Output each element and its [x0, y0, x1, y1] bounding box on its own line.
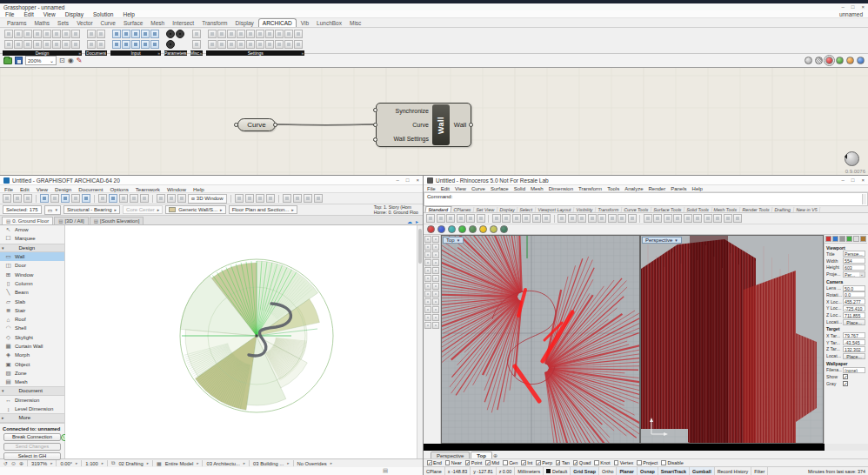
canvas-zoom-select[interactable]: 200%⌄	[25, 56, 57, 65]
rhino-sidebar-tool-icon[interactable]	[432, 275, 439, 282]
toolbar-tab[interactable]: Transform	[595, 207, 622, 212]
toolbox-item[interactable]: ▣Object	[0, 359, 64, 368]
status-toggle[interactable]: Ortho	[599, 467, 617, 475]
rhino-tool-icon[interactable]	[512, 214, 521, 223]
open-file-icon[interactable]	[3, 57, 12, 64]
favorite-dropdown[interactable]: Generic Wall/S...▸	[165, 205, 225, 214]
pen-set-value[interactable]: 02 Drafting	[118, 461, 143, 466]
grasshopper-tab[interactable]: Curve	[97, 19, 119, 27]
osnap-checkbox[interactable]	[521, 460, 526, 465]
toolbar-tab[interactable]: Standard	[425, 206, 452, 212]
rhino-sidebar-tool-icon[interactable]	[424, 275, 431, 282]
status-toggle[interactable]: Gumball	[690, 467, 715, 475]
ribbon-tool-icon[interactable]	[131, 40, 140, 49]
osnap-checkbox[interactable]	[427, 460, 432, 465]
properties-tab-icon[interactable]	[839, 236, 845, 242]
toolbox-item[interactable]: ▨Zone	[0, 369, 64, 378]
display-mode-sphere-icon[interactable]	[490, 225, 497, 233]
ribbon-tool-icon[interactable]	[294, 40, 303, 49]
property-value[interactable]: 0.0	[843, 291, 865, 298]
menu-item[interactable]: Render	[649, 186, 666, 191]
grasshopper-tab[interactable]: Maths	[30, 19, 53, 27]
toolbox-item[interactable]: ▯Column	[0, 279, 64, 288]
osnap-checkbox[interactable]	[556, 460, 561, 465]
ribbon-tool-icon[interactable]	[23, 40, 32, 49]
add-viewport-icon[interactable]: ⊕	[493, 452, 497, 458]
rhino-tool-icon[interactable]	[673, 214, 682, 223]
maximize-icon[interactable]: □	[406, 177, 410, 183]
toolbar-tab[interactable]: CPlanes	[451, 207, 475, 212]
ribbon-tool-icon[interactable]	[43, 30, 51, 38]
osnap-option[interactable]: Project	[637, 460, 658, 465]
ribbon-tool-icon[interactable]	[237, 40, 245, 49]
ribbon-tool-icon[interactable]	[97, 30, 105, 38]
close-icon[interactable]: ×	[861, 4, 865, 10]
osnap-option[interactable]: Perp	[536, 460, 552, 465]
property-value[interactable]: 711.855	[843, 312, 865, 318]
ribbon-tool-icon[interactable]	[294, 30, 303, 38]
toolbar-tab[interactable]: New in V5	[793, 207, 820, 212]
archicad-tool-icon[interactable]	[266, 194, 275, 203]
menu-item[interactable]: Display	[65, 11, 83, 17]
menu-item[interactable]: Analyze	[624, 186, 643, 191]
save-file-icon[interactable]	[15, 57, 23, 64]
ribbon-tool-icon[interactable]	[208, 30, 217, 38]
cloud-sync-icon[interactable]: ☁	[407, 218, 415, 224]
display-mode-blue-icon[interactable]	[857, 57, 865, 64]
toolbox-item[interactable]: ╲Beam	[0, 288, 64, 297]
archicad-tool-icon[interactable]	[61, 194, 70, 203]
rhino-sidebar-tool-icon[interactable]	[424, 322, 431, 329]
ribbon-tool-icon[interactable]	[71, 30, 80, 38]
properties-tab-icon[interactable]	[853, 236, 859, 242]
scale-value[interactable]: 1:100	[85, 461, 98, 466]
status-toggle[interactable]: Record History	[715, 467, 752, 475]
ribbon-tool-icon[interactable]	[141, 40, 150, 49]
archicad-tool-icon[interactable]	[23, 194, 32, 203]
toolbox-item[interactable]: ⌂Roof	[0, 315, 64, 324]
rhino-sidebar-tool-icon[interactable]	[432, 236, 439, 243]
ribbon-tool-icon[interactable]	[141, 30, 150, 38]
curve-param-node[interactable]: Curve	[237, 118, 276, 131]
ribbon-tool-icon[interactable]	[284, 40, 293, 49]
toolbar-tab[interactable]: Render Tools	[739, 207, 772, 212]
ribbon-tool-icon[interactable]	[52, 40, 61, 49]
toolbox-item[interactable]: ◠Shell	[0, 324, 64, 332]
ribbon-tool-icon[interactable]	[4, 40, 13, 49]
grasshopper-tab[interactable]: LunchBox	[313, 19, 345, 27]
ribbon-tool-icon[interactable]	[150, 30, 159, 38]
tab-overflow-icon[interactable]: ▸	[416, 218, 421, 224]
ribbon-tool-icon[interactable]	[192, 30, 201, 38]
osnap-checkbox[interactable]	[594, 460, 599, 465]
viewport-top-title-tab[interactable]: Top▼	[443, 237, 464, 244]
rhino-tool-icon[interactable]	[532, 214, 541, 223]
ribbon-tool-icon[interactable]	[275, 30, 284, 38]
archicad-tool-icon[interactable]	[71, 194, 80, 203]
archicad-tool-icon[interactable]	[256, 194, 264, 203]
rhino-sidebar-tool-icon[interactable]	[432, 314, 439, 321]
ribbon-tool-icon[interactable]	[87, 30, 96, 38]
rhino-sidebar-tool-icon[interactable]	[432, 251, 439, 258]
rhino-sidebar-tool-icon[interactable]	[432, 291, 439, 298]
wall-output-port[interactable]	[469, 123, 473, 127]
curve-node-output-port[interactable]	[273, 123, 277, 127]
osnap-checkbox[interactable]	[536, 460, 541, 465]
break-connection-button[interactable]: Break Connection↻	[3, 433, 61, 442]
grasshopper-tab[interactable]: Sets	[54, 19, 72, 27]
view-tab[interactable]: ▤[3D / All]	[54, 217, 89, 224]
property-value[interactable]: 79.767	[843, 332, 865, 338]
osnap-option[interactable]: End	[427, 460, 442, 465]
minimize-icon[interactable]: –	[842, 177, 845, 183]
rhino-tool-icon[interactable]	[684, 214, 692, 223]
ribbon-tool-icon[interactable]	[246, 40, 255, 49]
rhino-tool-icon[interactable]	[588, 214, 597, 223]
menu-item[interactable]: Solution	[93, 11, 114, 17]
menu-item[interactable]: Solid	[514, 186, 525, 191]
ribbon-tool-icon[interactable]	[217, 40, 226, 49]
rhino-sidebar-tool-icon[interactable]	[432, 322, 439, 329]
grasshopper-tab[interactable]: Params	[3, 19, 30, 27]
viewport-tab[interactable]: Top	[471, 452, 492, 458]
ribbon-tool-icon[interactable]	[122, 30, 130, 38]
osnap-checkbox[interactable]	[614, 460, 619, 465]
model-filter-value[interactable]: Entire Model	[165, 461, 194, 466]
zoom-extents-icon[interactable]: ⊡	[59, 57, 65, 65]
